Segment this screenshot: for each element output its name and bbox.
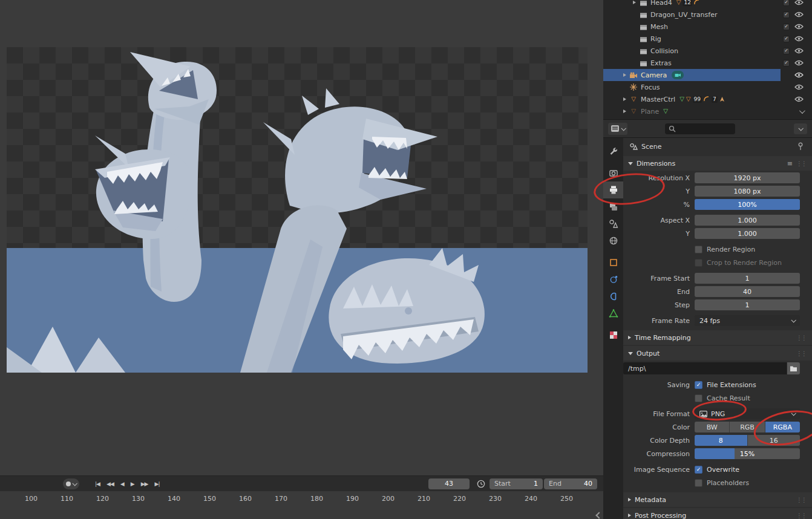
outliner-item-label[interactable]: Plane <box>641 108 659 116</box>
outliner-item-label[interactable]: Mesh <box>650 23 668 31</box>
tab-physics[interactable] <box>603 271 623 288</box>
output-path-field[interactable]: /tmp\ <box>623 362 787 374</box>
outliner-item-label[interactable]: Extras <box>650 59 672 67</box>
current-frame-field[interactable]: 43 <box>428 478 470 489</box>
section-metadata[interactable]: Metadata ⋮⋮ <box>623 492 812 507</box>
editor-type-button[interactable] <box>608 123 627 135</box>
tab-output[interactable] <box>603 181 623 198</box>
tab-tool[interactable] <box>603 143 623 160</box>
aspect-x-field[interactable]: 1.000 <box>695 215 800 226</box>
tab-object[interactable] <box>603 254 623 271</box>
render-checkbox[interactable]: ✓ <box>783 60 790 67</box>
resolution-y-field[interactable]: 1080 px <box>695 186 800 197</box>
outliner-row[interactable]: Head4 ▽ 12 ✓ <box>603 0 812 8</box>
outliner-item-label[interactable]: Head4 <box>650 0 672 7</box>
eye-icon[interactable] <box>794 0 804 5</box>
section-output[interactable]: Output ⋮⋮ <box>623 346 812 361</box>
render-checkbox[interactable]: ✓ <box>783 0 790 6</box>
expand-arrow-icon[interactable] <box>620 109 629 113</box>
properties-search[interactable] <box>665 123 735 134</box>
tab-render[interactable] <box>603 165 623 181</box>
outliner-item-label[interactable]: Focus <box>641 83 660 91</box>
outliner-item-label[interactable]: Dragon_UV_transfer <box>650 11 717 19</box>
drag-dots-icon[interactable]: ⋮⋮ <box>796 512 806 519</box>
jump-to-end-button[interactable]: ▶| <box>155 481 160 487</box>
outliner-item-label[interactable]: MasterCtrl <box>641 96 675 103</box>
outliner-row[interactable]: Dragon_UV_transfer ✓ <box>603 8 812 21</box>
eye-icon[interactable] <box>794 48 804 54</box>
chevron-down-icon[interactable] <box>799 108 805 114</box>
eye-icon[interactable] <box>794 60 804 66</box>
section-post-processing[interactable]: Post Processing ⋮⋮ <box>623 508 812 519</box>
next-keyframe-button[interactable]: ▶▶ <box>141 481 148 487</box>
render-checkbox[interactable]: ✓ <box>783 36 790 42</box>
frame-step-field[interactable]: 1 <box>695 299 800 310</box>
outliner-row[interactable]: Rig ✓ <box>603 33 812 45</box>
outliner-row-camera[interactable]: Camera <box>603 69 812 81</box>
jump-to-start-button[interactable]: |◀ <box>95 481 100 487</box>
frame-start-field[interactable]: Start 1 <box>489 478 543 489</box>
render-viewport[interactable] <box>7 47 588 373</box>
tab-texture[interactable] <box>603 327 623 344</box>
tab-scene[interactable] <box>603 215 623 232</box>
tab-constraints[interactable] <box>603 288 623 305</box>
eye-icon[interactable] <box>794 96 804 102</box>
scene-name[interactable]: Scene <box>641 143 662 151</box>
eye-icon[interactable] <box>794 36 804 42</box>
eye-icon[interactable] <box>794 24 804 30</box>
outliner-item-label[interactable]: Collision <box>650 47 678 55</box>
render-checkbox[interactable]: ✓ <box>783 11 790 18</box>
outliner-row[interactable]: Extras ✓ <box>603 57 812 69</box>
prev-keyframe-button[interactable]: ◀◀ <box>106 481 114 487</box>
expand-arrow-icon[interactable] <box>620 73 629 77</box>
eye-icon[interactable] <box>794 72 804 78</box>
color-bw-button[interactable]: BW <box>695 422 729 432</box>
auto-keying-button[interactable] <box>63 478 79 489</box>
outliner-row[interactable]: Mesh ✓ <box>603 21 812 33</box>
presets-menu-icon[interactable]: ≡ <box>787 160 793 168</box>
filter-dropdown-button[interactable] <box>794 123 807 134</box>
eye-icon[interactable] <box>794 84 804 90</box>
color-rgb-button[interactable]: RGB <box>730 422 764 432</box>
frame-end-field[interactable]: End 40 <box>544 478 597 489</box>
timeline-ruler[interactable]: 100 110 120 130 140 150 160 170 180 190 … <box>0 491 603 519</box>
section-dimensions[interactable]: Dimensions ≡ ⋮⋮ <box>623 156 812 171</box>
color-rgba-button[interactable]: RGBA <box>765 422 800 432</box>
expand-arrow-icon[interactable] <box>630 1 638 4</box>
drag-dots-icon[interactable]: ⋮⋮ <box>796 350 806 357</box>
render-region-checkbox[interactable]: Render Region <box>695 246 800 253</box>
file-extensions-checkbox[interactable]: ✓ File Extensions <box>695 381 800 389</box>
tab-view-layer[interactable] <box>603 198 623 215</box>
tab-object-data[interactable] <box>603 305 623 322</box>
search-input[interactable] <box>678 125 732 132</box>
play-button[interactable]: ▶ <box>131 481 134 487</box>
compression-slider[interactable]: 15% <box>695 448 800 459</box>
outliner-row[interactable]: ▽ Plane ▽ <box>603 105 812 117</box>
play-reverse-button[interactable]: ◀ <box>120 481 124 487</box>
frame-rate-dropdown[interactable]: 24 fps <box>695 315 800 326</box>
expand-arrow-icon[interactable] <box>620 97 629 101</box>
resolution-percent-slider[interactable]: 100% <box>695 199 800 210</box>
eye-icon[interactable] <box>794 11 804 18</box>
drag-dots-icon[interactable]: ⋮⋮ <box>796 160 806 167</box>
frame-end-field[interactable]: 40 <box>695 286 800 297</box>
tab-world[interactable] <box>603 232 623 249</box>
crop-to-render-region-checkbox[interactable]: Crop to Render Region <box>695 259 800 267</box>
drag-dots-icon[interactable]: ⋮⋮ <box>796 335 806 341</box>
resolution-x-field[interactable]: 1920 px <box>695 172 800 183</box>
placeholders-checkbox[interactable]: Placeholders <box>695 479 800 487</box>
frame-start-field[interactable]: 1 <box>695 273 800 284</box>
file-format-dropdown[interactable]: PNG <box>695 408 800 419</box>
outliner-row[interactable]: ▽ MasterCtrl ▽ ▽ 99 7 <box>603 93 812 105</box>
render-checkbox[interactable]: ✓ <box>783 24 790 30</box>
overwrite-checkbox[interactable]: ✓ Overwrite <box>695 466 800 474</box>
folder-browse-button[interactable] <box>787 362 800 374</box>
drag-dots-icon[interactable]: ⋮⋮ <box>796 497 806 503</box>
outliner-item-label[interactable]: Rig <box>650 35 661 43</box>
depth-16-button[interactable]: 16 <box>748 435 801 446</box>
cache-result-checkbox[interactable]: Cache Result <box>695 394 800 402</box>
outliner-row[interactable]: Focus <box>603 81 812 93</box>
section-time-remapping[interactable]: Time Remapping ⋮⋮ <box>623 330 812 345</box>
pin-icon[interactable] <box>797 142 804 151</box>
depth-8-button[interactable]: 8 <box>695 435 747 446</box>
